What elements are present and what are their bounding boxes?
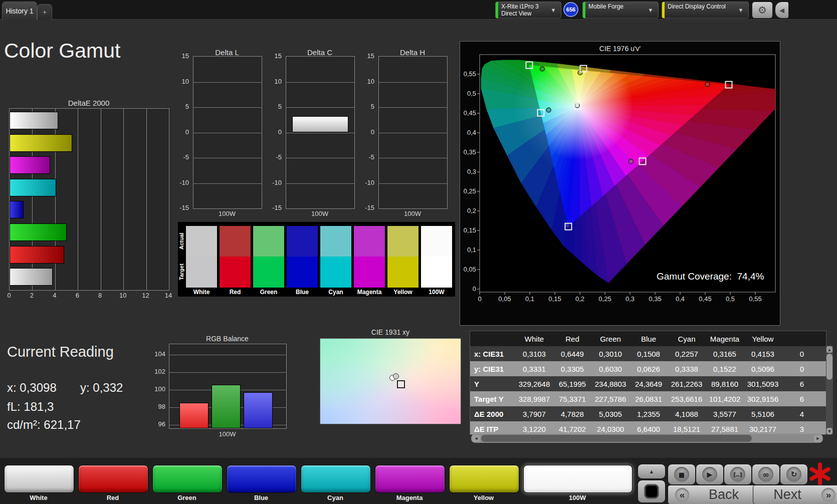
swatch-target-blue bbox=[287, 257, 318, 288]
swatch-label: Green bbox=[253, 289, 284, 296]
gridline bbox=[193, 133, 262, 133]
reading-fl: fL: 181,3 bbox=[7, 400, 54, 414]
source-dropdown[interactable]: Mobile Forge ▼ bbox=[582, 2, 659, 19]
svg-text:0,3: 0,3 bbox=[467, 168, 476, 175]
axis-tick-label: 104 bbox=[150, 350, 165, 358]
svg-text:0,55: 0,55 bbox=[464, 70, 476, 78]
axis-tick-label: 8 bbox=[94, 292, 106, 299]
table-cell: 4,7828 bbox=[553, 410, 591, 418]
axis-tick-label: -15 bbox=[360, 204, 374, 211]
scroll-down-icon[interactable]: ▼ bbox=[826, 428, 832, 434]
cie1931-title: CIE 1931 xy bbox=[320, 328, 461, 336]
row-label: Y bbox=[470, 380, 515, 388]
swatch-actual-blue bbox=[287, 226, 318, 257]
collapse-panel-button[interactable]: ◀ bbox=[775, 2, 789, 19]
svg-text:0,25: 0,25 bbox=[464, 187, 476, 195]
pattern-button-cyan[interactable] bbox=[301, 465, 371, 493]
scroll-up-icon[interactable]: ▲ bbox=[826, 346, 832, 353]
new-tab-button[interactable]: + bbox=[37, 4, 52, 20]
svg-text:0,55: 0,55 bbox=[749, 295, 761, 303]
gridline bbox=[286, 183, 354, 184]
pattern-button-green[interactable] bbox=[152, 465, 223, 493]
table-cell: 0,2257 bbox=[668, 350, 706, 358]
continuous-measure-button[interactable]: ∞ bbox=[752, 464, 780, 485]
actual-point bbox=[393, 373, 399, 379]
delta-h-y-axis: 151050-5-10-15 bbox=[361, 56, 376, 208]
column-header-white: White bbox=[515, 335, 553, 343]
deltae2000-chart bbox=[9, 108, 169, 291]
table-cell: 41,7202 bbox=[553, 425, 591, 433]
actual-row-label: Actual bbox=[178, 226, 185, 256]
table-cell: 30,2177 bbox=[744, 425, 782, 433]
axis-tick-label: 0 bbox=[360, 128, 374, 136]
pattern-button-100w[interactable] bbox=[523, 465, 633, 493]
next-button[interactable]: Next » bbox=[753, 485, 837, 504]
display-control-dropdown[interactable]: Direct Display Control ▼ bbox=[662, 2, 749, 19]
table-cell: 0,0626 bbox=[630, 365, 668, 373]
column-header-blue: Blue bbox=[630, 335, 668, 343]
settings-button[interactable]: ⚙ bbox=[752, 2, 773, 19]
table-cell: 101,4202 bbox=[706, 395, 744, 403]
chevrons-left-icon: « bbox=[675, 488, 689, 502]
pattern-button-yellow[interactable] bbox=[449, 465, 519, 493]
scroll-right-icon[interactable]: ► bbox=[814, 435, 822, 442]
pattern-label: Green bbox=[152, 494, 222, 502]
stop-button[interactable]: ■ bbox=[668, 464, 696, 485]
table-cell: 1,2355 bbox=[630, 410, 668, 418]
gridline bbox=[78, 109, 78, 290]
swatch-target-100w bbox=[421, 257, 452, 288]
table-row: ΔE ITP3,122041,720224,03006,640018,51212… bbox=[470, 421, 826, 435]
single-measure-button[interactable]: [‥] bbox=[724, 464, 752, 485]
pattern-window-up-button[interactable]: ▲ bbox=[638, 464, 666, 479]
play-button[interactable]: ▶ bbox=[696, 464, 724, 485]
axis-tick-label: 10 bbox=[360, 78, 374, 85]
reading-cdm2: cd/m²: 621,17 bbox=[7, 418, 81, 432]
gridline bbox=[379, 133, 447, 133]
pattern-button-red[interactable] bbox=[78, 465, 148, 493]
swatch-label: Magenta bbox=[354, 289, 385, 296]
swatch-actual-magenta bbox=[354, 226, 385, 257]
delta-l-x-label: 100W bbox=[193, 210, 261, 217]
table-cell: 3,5577 bbox=[706, 410, 744, 418]
page-title: Color Gamut bbox=[4, 39, 120, 63]
svg-text:0,05: 0,05 bbox=[464, 266, 476, 273]
deltae-bar-cyan bbox=[10, 179, 56, 196]
swatch-label: Blue bbox=[287, 289, 318, 296]
axis-tick-label: -10 bbox=[360, 179, 374, 186]
scrollbar-thumb[interactable] bbox=[481, 435, 752, 442]
back-button[interactable]: « Back bbox=[668, 485, 759, 504]
meter-dropdown-label: X-Rite i1Pro 3 Direct View bbox=[498, 2, 546, 18]
meter-dropdown[interactable]: X-Rite i1Pro 3 Direct View ▼ bbox=[495, 2, 561, 19]
axis-tick-label: 98 bbox=[150, 403, 165, 410]
remeasure-button[interactable]: ↻ bbox=[780, 464, 808, 485]
tab-history-1[interactable]: History 1 bbox=[2, 2, 37, 20]
chevron-down-icon: ▼ bbox=[643, 7, 658, 13]
axis-tick-label: 0 bbox=[268, 128, 282, 136]
svg-text:0,15: 0,15 bbox=[548, 295, 561, 303]
svg-text:0,1: 0,1 bbox=[525, 295, 534, 303]
pattern-button-magenta[interactable] bbox=[375, 465, 445, 493]
meter-count-badge[interactable]: 656 bbox=[563, 2, 578, 17]
axis-tick-label: 5 bbox=[360, 103, 374, 110]
actual-point-magenta bbox=[629, 159, 633, 164]
pattern-button-blue[interactable] bbox=[227, 465, 297, 493]
scrollbar-thumb[interactable] bbox=[826, 354, 832, 380]
tab-label: History 1 bbox=[6, 7, 33, 15]
table-cell: 6 bbox=[782, 380, 822, 388]
scroll-left-icon[interactable]: ◄ bbox=[472, 435, 480, 442]
pattern-label: Red bbox=[78, 494, 147, 502]
table-horizontal-scrollbar[interactable]: ◄ ► bbox=[471, 434, 823, 443]
gridline bbox=[379, 107, 447, 108]
pattern-button-white[interactable] bbox=[4, 465, 74, 493]
display-control-label: Direct Display Control bbox=[665, 2, 733, 11]
table-cell: 75,3371 bbox=[553, 395, 591, 403]
table-cell: 0,1522 bbox=[706, 365, 744, 373]
pattern-window-size-button[interactable] bbox=[638, 480, 666, 503]
table-header-row: WhiteRedGreenBlueCyanMagentaYellow bbox=[470, 331, 826, 346]
cie1931-diagram bbox=[320, 338, 461, 424]
deltae-bar-white bbox=[10, 268, 53, 286]
gear-icon: ⚙ bbox=[758, 4, 767, 16]
table-vertical-scrollbar[interactable]: ▲ ▼ bbox=[826, 346, 833, 435]
rgb-balance-x-label: 100W bbox=[169, 430, 286, 438]
rgb-bar-green bbox=[212, 385, 241, 429]
